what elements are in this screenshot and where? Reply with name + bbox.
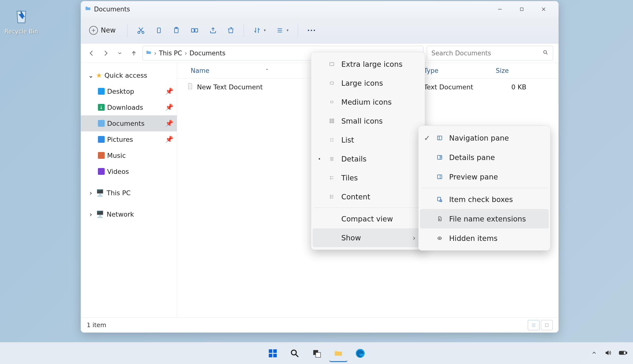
more-button[interactable] [304,22,320,38]
delete-button[interactable] [223,22,238,38]
paste-button[interactable] [169,22,184,38]
details-view-toggle[interactable] [528,320,540,330]
svg-rect-26 [330,63,334,66]
svg-rect-6 [158,28,160,33]
show-submenu: ✓ Navigation pane Details pane Preview p… [418,126,550,250]
chevron-right-icon: › [413,234,416,242]
menu-content[interactable]: Content [311,187,425,206]
chevron-right-icon: › [88,189,94,197]
share-button[interactable] [205,22,221,38]
medium-icon [328,100,336,104]
titlebar[interactable]: Documents [81,1,558,17]
file-name: New Text Document [197,83,263,91]
taskbar [0,342,633,364]
column-size[interactable]: Size [496,67,534,74]
eye-icon [436,236,444,241]
view-button[interactable]: ▾ [272,22,292,38]
tray-chevron-icon[interactable] [591,350,597,357]
menu-navigation-pane[interactable]: ✓ Navigation pane [418,128,550,148]
menu-file-extensions[interactable]: File name extensions [420,209,549,228]
volume-icon[interactable] [604,350,612,357]
crumb-documents[interactable]: Documents [190,50,226,57]
svg-rect-65 [269,349,272,353]
svg-rect-1 [520,8,523,11]
svg-point-69 [292,350,296,355]
svg-rect-53 [438,136,442,140]
svg-rect-59 [438,175,442,179]
menu-preview-pane[interactable]: Preview pane [418,167,550,186]
svg-rect-72 [316,352,321,357]
sidebar-item-this-pc[interactable]: › 🖥️ This PC [81,185,177,201]
sidebar-item-network[interactable]: › 🖥️ Network [81,206,177,222]
menu-hidden-items[interactable]: Hidden items [418,228,550,248]
crumb-this-pc[interactable]: This PC [159,50,182,57]
minimize-button[interactable] [489,3,511,16]
svg-line-70 [296,354,298,357]
details-icon [328,156,336,161]
view-menu: Extra large icons Large icons Medium ico… [311,52,425,250]
menu-extra-large-icons[interactable]: Extra large icons [311,55,425,74]
svg-rect-31 [330,122,331,123]
battery-icon[interactable] [619,350,627,356]
back-button[interactable] [86,48,97,58]
status-bar: 1 item [81,318,558,332]
recent-button[interactable] [114,48,125,58]
search-icon [543,50,548,57]
menu-item-checkboxes[interactable]: Item check boxes [418,190,550,209]
pictures-icon [98,136,105,143]
check-icon: ✓ [424,134,430,142]
menu-large-icons[interactable]: Large icons [311,74,425,92]
folder-icon [146,50,152,57]
close-button[interactable] [533,3,554,16]
menu-medium-icons[interactable]: Medium icons [311,92,425,112]
svg-point-63 [440,219,440,220]
sidebar-item-downloads[interactable]: ↓ Downloads 📌 [81,99,177,115]
svg-point-49 [330,196,331,197]
menu-show[interactable]: Show › [312,228,424,247]
sort-button[interactable]: ▾ [249,22,270,38]
rename-button[interactable] [186,22,203,38]
sidebar-item-videos[interactable]: Videos [81,164,177,180]
sidebar-item-desktop[interactable]: Desktop 📌 [81,83,177,99]
file-size: 0 KB [496,83,534,91]
file-explorer-taskbar[interactable] [329,344,348,362]
preview-pane-icon [436,174,444,180]
forward-button[interactable] [100,48,111,58]
menu-details[interactable]: • Details [311,149,425,168]
search-box[interactable]: Search Documents [427,46,553,60]
svg-point-47 [330,195,331,196]
start-button[interactable] [264,344,282,362]
pin-icon: 📌 [165,120,174,127]
sidebar-item-documents[interactable]: Documents 📌 [81,115,177,131]
menu-tiles[interactable]: Tiles [311,168,425,187]
edge-taskbar[interactable] [351,344,370,362]
svg-point-14 [308,30,309,31]
menu-details-pane[interactable]: Details pane [418,148,550,167]
chevron-right-icon: › [184,50,187,57]
copy-button[interactable] [151,22,166,38]
task-view-button[interactable] [307,344,326,362]
videos-icon [98,168,105,175]
recycle-bin[interactable]: Recycle Bin [4,7,38,35]
chevron-down-icon: ⌄ [88,72,94,79]
menu-list[interactable]: List [311,130,425,149]
search-button[interactable] [286,344,304,362]
thumbnails-view-toggle[interactable] [541,320,552,330]
star-icon: ★ [96,72,102,80]
column-type[interactable]: Type [424,67,496,74]
chevron-right-icon: › [154,50,156,57]
sidebar-item-quick-access[interactable]: ⌄ ★ Quick access [81,67,177,83]
cut-button[interactable] [133,22,149,38]
menu-compact-view[interactable]: Compact view [311,209,425,228]
sidebar-item-pictures[interactable]: Pictures 📌 [81,131,177,148]
svg-rect-30 [332,119,334,120]
svg-line-18 [546,53,548,54]
sidebar-item-music[interactable]: Music [81,148,177,164]
up-button[interactable] [128,48,139,58]
maximize-button[interactable] [511,3,533,16]
svg-rect-25 [545,324,548,326]
svg-point-16 [314,30,315,31]
menu-small-icons[interactable]: Small icons [311,112,425,130]
svg-rect-68 [273,354,277,357]
new-button[interactable]: + New [87,22,122,38]
